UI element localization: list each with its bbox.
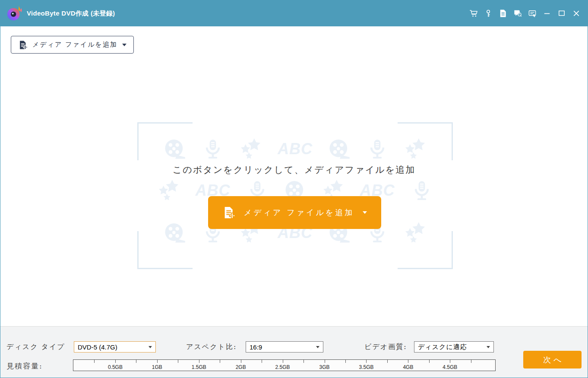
aspect-ratio-select[interactable]: 16:9 (246, 341, 323, 353)
maximize-button[interactable] (557, 9, 566, 18)
add-media-main-button[interactable]: メディア ファイルを追加 (208, 196, 381, 229)
capacity-tick (387, 360, 388, 363)
capacity-label: 4.5GB (443, 364, 457, 370)
next-button[interactable]: 次へ (523, 351, 582, 368)
register-icon[interactable] (499, 9, 507, 18)
capacity-tick (325, 360, 325, 363)
chevron-down-icon (316, 346, 319, 348)
bottom-settings-bar: ディスク タイプ DVD-5 (4.7G) アスペクト比: 16:9 ビデオ画質… (0, 326, 588, 378)
chevron-down-icon (149, 346, 152, 348)
capacity-tick (136, 360, 136, 363)
capacity-label: 1.5GB (192, 364, 206, 370)
key-icon[interactable] (484, 9, 493, 18)
capacity-tick (157, 360, 158, 363)
reel-watermark-icon (328, 138, 351, 160)
drop-zone-corner (398, 122, 453, 160)
add-media-toolbar-button[interactable]: メディア ファイルを追加 (11, 36, 134, 54)
capacity-tick (429, 360, 430, 363)
stars-watermark-icon (240, 138, 262, 160)
capacity-tick (199, 360, 199, 363)
titlebar: VideoByte DVD作成 (未登録) (0, 0, 588, 26)
abc-watermark: ABC (278, 138, 313, 160)
capacity-tick (241, 360, 241, 363)
capacity-tick (450, 360, 450, 363)
empty-state-hint: このボタンをクリックして、メディアファイルを追加 (0, 164, 588, 176)
stars-watermark-icon (158, 179, 180, 202)
disc-type-label: ディスク タイプ (6, 343, 65, 352)
chevron-down-icon (487, 346, 490, 348)
video-quality-value: ディスクに適応 (418, 343, 484, 351)
capacity-tick (178, 360, 178, 363)
capacity-label: 3.5GB (359, 364, 373, 370)
video-quality-label: ビデオ画質: (364, 343, 407, 352)
mic-watermark-icon (411, 179, 433, 202)
capacity-tick (283, 360, 283, 363)
drop-zone-corner (398, 231, 453, 269)
app-window: VideoByte DVD作成 (未登録) (0, 0, 588, 378)
checklist-icon[interactable] (528, 9, 537, 18)
chevron-down-icon (122, 44, 126, 46)
capacity-label: 2.5GB (275, 364, 290, 370)
capacity-tick (471, 360, 471, 363)
mic-watermark-icon (366, 138, 389, 160)
video-quality-select[interactable]: ディスクに適応 (414, 341, 494, 353)
capacity-tick (262, 360, 262, 363)
capacity-label: 0.5GB (108, 364, 123, 370)
capacity-tick (94, 360, 95, 363)
feedback-icon[interactable] (513, 9, 522, 18)
capacity-tick (220, 360, 220, 363)
aspect-ratio-label: アスペクト比: (186, 343, 237, 352)
aspect-ratio-value: 16:9 (250, 343, 313, 351)
capacity-label: 1GB (152, 364, 162, 370)
app-logo-icon (6, 5, 23, 22)
drop-zone-corner (137, 122, 193, 160)
app-title: VideoByte DVD作成 (未登録) (27, 10, 115, 18)
capacity-tick (115, 360, 116, 363)
disc-type-value: DVD-5 (4.7G) (78, 343, 146, 351)
add-file-icon (18, 40, 28, 50)
drop-zone: ABCABCABCABC (137, 122, 453, 269)
titlebar-actions (469, 9, 581, 18)
capacity-ruler: 0.5GB1GB1.5GB2GB2.5GB3GB3.5GB4GB4.5GB (73, 359, 496, 371)
disc-type-select[interactable]: DVD-5 (4.7G) (74, 341, 156, 353)
chevron-down-icon (363, 211, 367, 214)
mic-watermark-icon (202, 138, 224, 160)
add-media-main-label: メディア ファイルを追加 (244, 207, 354, 218)
capacity-tick (408, 360, 408, 363)
cart-icon[interactable] (469, 9, 478, 18)
capacity-tick (345, 360, 346, 363)
media-list-area: メディア ファイルを追加 ABCABCABCABC このボタンをクリックして、メ… (0, 26, 588, 326)
capacity-tick (366, 360, 367, 363)
close-button[interactable] (572, 9, 581, 18)
estimated-capacity-label: 見積容量: (6, 361, 43, 371)
drop-zone-corner (137, 231, 193, 269)
minimize-button[interactable] (543, 9, 551, 18)
add-file-icon (222, 206, 235, 219)
capacity-label: 4GB (403, 364, 413, 370)
capacity-label: 2GB (236, 364, 246, 370)
add-media-toolbar-label: メディア ファイルを追加 (32, 41, 117, 49)
capacity-tick (303, 360, 304, 363)
capacity-label: 3GB (319, 364, 330, 370)
